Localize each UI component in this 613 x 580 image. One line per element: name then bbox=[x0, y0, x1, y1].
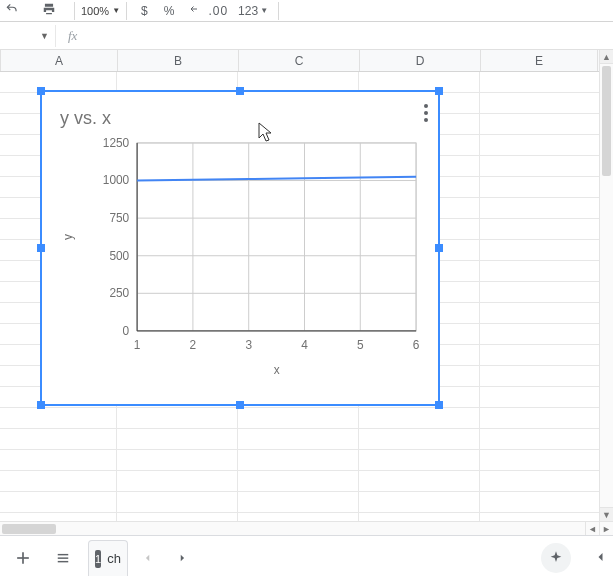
svg-text:0: 0 bbox=[123, 324, 130, 338]
svg-text:3: 3 bbox=[245, 338, 252, 352]
zoom-value: 100% bbox=[81, 5, 109, 17]
sheet-tab[interactable]: 1 ch bbox=[88, 540, 128, 576]
col-header[interactable]: C bbox=[239, 50, 360, 71]
prev-sheet-button[interactable] bbox=[134, 544, 162, 572]
currency-format-button[interactable]: $ bbox=[141, 4, 148, 18]
svg-text:1: 1 bbox=[134, 338, 141, 352]
svg-rect-30 bbox=[58, 557, 69, 558]
svg-text:x: x bbox=[274, 363, 280, 377]
scroll-down-button[interactable]: ▼ bbox=[600, 507, 613, 521]
vertical-scrollbar[interactable]: ▲ ▼ bbox=[599, 50, 613, 521]
chart-object[interactable]: y vs. x 025050075010001250123456xy bbox=[40, 90, 440, 406]
add-sheet-button[interactable] bbox=[6, 541, 40, 575]
svg-text:500: 500 bbox=[109, 249, 129, 263]
chart-title: y vs. x bbox=[60, 108, 426, 129]
svg-text:y: y bbox=[61, 234, 75, 240]
chart-plot: 025050075010001250123456xy bbox=[54, 137, 426, 386]
scroll-up-button[interactable]: ▲ bbox=[600, 50, 613, 64]
sheet-tab-label: ch bbox=[107, 551, 121, 566]
scroll-thumb[interactable] bbox=[602, 66, 611, 176]
svg-text:1000: 1000 bbox=[103, 173, 130, 187]
svg-rect-29 bbox=[58, 554, 69, 555]
sheet-tab-bar: 1 ch bbox=[0, 535, 613, 580]
scroll-thumb[interactable] bbox=[2, 524, 56, 534]
chevron-down-icon: ▼ bbox=[112, 6, 120, 15]
svg-text:4: 4 bbox=[301, 338, 308, 352]
print-icon[interactable] bbox=[40, 2, 58, 19]
svg-text:750: 750 bbox=[109, 211, 129, 225]
chevron-down-icon: ▼ bbox=[260, 6, 268, 15]
svg-text:6: 6 bbox=[413, 338, 420, 352]
col-header[interactable]: A bbox=[1, 50, 118, 71]
svg-text:250: 250 bbox=[109, 286, 129, 300]
undo-icon[interactable] bbox=[4, 2, 20, 19]
percent-format-button[interactable]: % bbox=[164, 4, 175, 18]
chart-canvas: y vs. x 025050075010001250123456xy bbox=[42, 92, 438, 404]
decrease-decimal-button[interactable] bbox=[188, 3, 202, 18]
chart-menu-button[interactable] bbox=[424, 104, 428, 122]
svg-rect-31 bbox=[58, 561, 69, 562]
svg-text:2: 2 bbox=[190, 338, 197, 352]
all-sheets-button[interactable] bbox=[46, 541, 80, 575]
svg-text:5: 5 bbox=[357, 338, 364, 352]
col-header[interactable]: B bbox=[118, 50, 239, 71]
svg-rect-24 bbox=[137, 143, 416, 331]
column-headers: A B C D E bbox=[0, 50, 599, 72]
col-header[interactable]: E bbox=[481, 50, 598, 71]
sheet-grid[interactable]: A B C D E ▲ ▼ y vs. x 025050075010001250… bbox=[0, 50, 613, 521]
increase-decimal-button[interactable]: .00 bbox=[208, 4, 228, 18]
comment-badge: 1 bbox=[95, 550, 101, 568]
next-sheet-button[interactable] bbox=[168, 544, 196, 572]
svg-text:1250: 1250 bbox=[103, 137, 130, 150]
number-format-dropdown[interactable]: 123 ▼ bbox=[238, 4, 268, 18]
side-panel-toggle[interactable] bbox=[595, 549, 607, 568]
formula-input[interactable] bbox=[89, 22, 613, 49]
toolbar: 100% ▼ $ % .00 123 ▼ bbox=[0, 0, 613, 22]
formula-bar: ▼ fx bbox=[0, 22, 613, 50]
zoom-dropdown[interactable]: 100% ▼ bbox=[81, 5, 120, 17]
name-box[interactable]: ▼ bbox=[0, 25, 56, 47]
fx-icon: fx bbox=[56, 28, 89, 44]
chevron-down-icon: ▼ bbox=[40, 31, 49, 41]
scroll-left-button[interactable]: ◄ bbox=[585, 522, 599, 536]
scroll-right-button[interactable]: ► bbox=[599, 522, 613, 536]
explore-button[interactable] bbox=[541, 543, 571, 573]
horizontal-scrollbar[interactable]: ◄ ► bbox=[0, 521, 613, 535]
col-header[interactable]: D bbox=[360, 50, 481, 71]
